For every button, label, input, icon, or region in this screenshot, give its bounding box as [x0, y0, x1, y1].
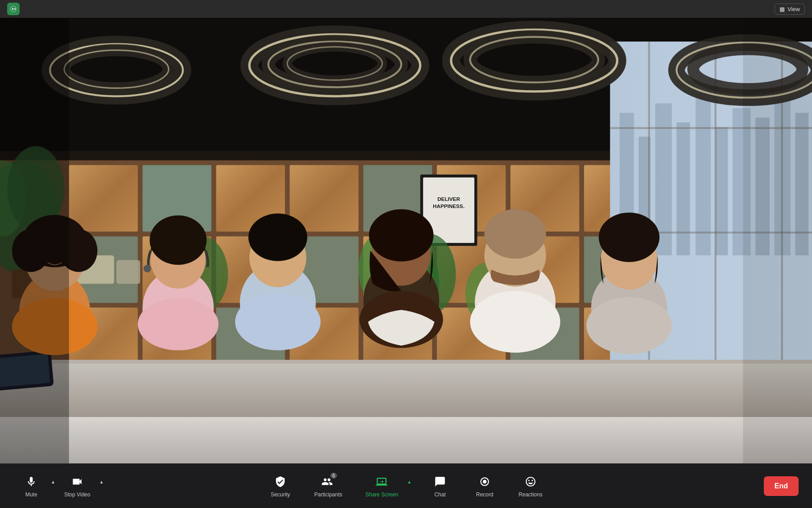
svg-point-101 [249, 213, 307, 261]
svg-rect-3 [69, 165, 138, 232]
chat-button[interactable]: Chat [422, 471, 458, 501]
mute-button[interactable]: Mute [13, 471, 49, 501]
view-button[interactable]: ▦ View [775, 4, 805, 15]
top-bar: ▦ View [0, 0, 812, 18]
participants-badge: 6 [330, 473, 337, 479]
record-button[interactable]: Record [467, 471, 502, 501]
stop-video-label: Stop Video [64, 491, 91, 498]
control-right: End [764, 476, 799, 496]
security-button[interactable]: Security [262, 471, 298, 501]
record-label: Record [476, 491, 493, 498]
top-bar-right[interactable]: ▦ View [775, 4, 805, 15]
svg-rect-38 [676, 122, 690, 255]
zoom-logo [7, 3, 20, 15]
stop-video-button[interactable]: Stop Video [57, 471, 98, 501]
reactions-icon [523, 475, 538, 489]
share-screen-button[interactable]: Share Screen [358, 471, 405, 501]
share-screen-label: Share Screen [365, 491, 398, 498]
svg-point-118 [483, 479, 487, 483]
svg-rect-83 [0, 360, 812, 417]
video-background: DELIVER HAPPINESS. [0, 18, 812, 463]
svg-rect-6 [290, 165, 358, 232]
mute-group: Mute ▲ [13, 471, 57, 501]
room-scene: DELIVER HAPPINESS. [0, 18, 812, 463]
svg-point-110 [470, 291, 560, 353]
svg-point-102 [235, 293, 321, 350]
control-center: Security 6 Participants [262, 471, 549, 501]
stop-video-arrow[interactable]: ▲ [97, 479, 105, 484]
record-icon [477, 475, 492, 489]
chat-icon [433, 475, 447, 489]
participants-label: Participants [314, 491, 342, 498]
stop-video-group: Stop Video ▲ [57, 471, 105, 501]
video-area: DELIVER HAPPINESS. [0, 18, 812, 463]
svg-text:DELIVER: DELIVER [437, 196, 460, 202]
svg-rect-40 [716, 127, 728, 255]
svg-point-114 [586, 297, 672, 354]
svg-rect-39 [696, 94, 711, 255]
reactions-label: Reactions [518, 491, 542, 498]
svg-rect-87 [0, 417, 812, 463]
svg-point-105 [369, 209, 434, 262]
mute-label: Mute [25, 491, 37, 498]
view-label: View [787, 6, 800, 12]
control-bar: Mute ▲ Stop Video ▲ [0, 463, 812, 508]
reactions-button[interactable]: Reactions [511, 471, 549, 501]
svg-rect-116 [743, 18, 812, 463]
chat-label: Chat [435, 491, 446, 498]
svg-text:HAPPINESS.: HAPPINESS. [433, 203, 464, 209]
svg-rect-115 [0, 18, 69, 463]
view-icon: ▦ [779, 6, 785, 12]
svg-point-98 [138, 298, 219, 350]
mute-icon [24, 475, 38, 489]
end-button[interactable]: End [764, 476, 799, 496]
stop-video-icon [70, 475, 84, 489]
svg-point-109 [485, 209, 546, 259]
control-left: Mute ▲ Stop Video ▲ [13, 471, 105, 501]
security-icon [273, 475, 287, 489]
svg-point-113 [599, 212, 659, 262]
top-bar-left [7, 3, 20, 15]
share-screen-arrow[interactable]: ▲ [405, 479, 413, 484]
share-screen-group: Share Screen ▲ [358, 471, 413, 501]
svg-rect-84 [0, 360, 812, 364]
share-screen-icon [375, 475, 389, 489]
svg-rect-60 [116, 260, 140, 284]
participants-button[interactable]: 6 Participants [307, 471, 349, 501]
svg-point-97 [144, 265, 151, 272]
security-label: Security [271, 491, 290, 498]
mute-arrow[interactable]: ▲ [49, 479, 57, 484]
participants-icon: 6 [321, 475, 336, 489]
